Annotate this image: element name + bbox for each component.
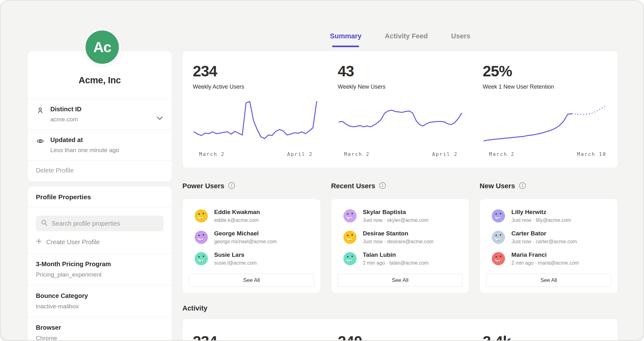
property-item[interactable]: Browser Chrome xyxy=(28,317,172,341)
user-avatar xyxy=(195,252,208,265)
property-value: inactive-mailbox xyxy=(36,303,164,310)
user-meta: Just now · carter@acme.com xyxy=(511,239,577,245)
user-avatar xyxy=(343,231,357,244)
user-name: Susie Lars xyxy=(214,251,257,258)
tab-users[interactable]: Users xyxy=(451,32,470,48)
see-all-button[interactable]: See All xyxy=(338,274,463,287)
user-meta: susie.l@acme.com xyxy=(214,260,257,266)
user-row[interactable]: Eddie Kwakman eddie.k@acme.com xyxy=(189,205,314,227)
property-item[interactable]: Bounce Category inactive-mailbox xyxy=(28,285,172,317)
x-axis-labels: March 2 March 10 xyxy=(483,151,618,159)
eye-icon xyxy=(36,136,45,145)
info-icon[interactable] xyxy=(379,182,386,190)
user-name: George Michael xyxy=(214,230,277,237)
divider xyxy=(28,207,172,207)
property-value: Pricing_plan_experiment xyxy=(36,271,164,278)
user-meta: 2 min ago · talan@acme.com xyxy=(363,260,429,266)
user-row[interactable]: George Michael george.michael@acme.com xyxy=(189,227,314,248)
search-profile-properties-input[interactable] xyxy=(36,216,164,231)
property-item[interactable]: 3-Month Pricing Program Pricing_plan_exp… xyxy=(28,254,172,285)
user-avatar xyxy=(492,209,505,223)
info-icon[interactable] xyxy=(228,182,235,190)
user-meta: 2 min ago · maria@acme.com xyxy=(511,260,579,266)
tab-activity-feed[interactable]: Activity Feed xyxy=(385,32,428,48)
activity-stat-value: 234 xyxy=(183,333,328,341)
stat-value: 43 xyxy=(338,63,473,80)
user-row[interactable]: Susie Lars susie.l@acme.com xyxy=(189,248,314,269)
activity-stat-value: 3.4k xyxy=(473,333,618,341)
property-name: 3-Month Pricing Program xyxy=(36,261,164,268)
app-window: Ac Acme, Inc Distinct ID acme.com xyxy=(0,0,644,341)
section-title: New Users xyxy=(480,182,515,190)
user-row[interactable]: Carter Bator Just now · carter@acme.com xyxy=(486,227,611,248)
stat-label: Week 1 New User Retention xyxy=(483,84,618,90)
user-meta: eddie.k@acme.com xyxy=(214,217,260,223)
create-user-profile-label: Create User Profile xyxy=(46,239,100,246)
power-users-card: Eddie Kwakman eddie.k@acme.com George Mi… xyxy=(182,199,321,294)
user-lists-row: Power Users Eddie Kwakman eddie.k@acme.c… xyxy=(182,180,618,294)
profile-properties-card: Profile Properties Create User Profile 3… xyxy=(27,186,172,341)
x-axis-labels: March 2 April 2 xyxy=(338,151,473,159)
weekly-active-users-chart xyxy=(193,100,319,150)
company-avatar: Ac xyxy=(83,28,121,66)
see-all-button[interactable]: See All xyxy=(189,274,314,287)
delete-profile-button[interactable]: Delete Profile xyxy=(28,161,172,182)
tab-summary[interactable]: Summary xyxy=(330,32,361,48)
section-title: Power Users xyxy=(182,182,224,190)
week1-retention-chart xyxy=(483,100,608,150)
user-meta: george.michael@acme.com xyxy=(214,239,277,245)
company-card: Acme, Inc Distinct ID acme.com xyxy=(27,51,172,182)
activity-stat-value: 240 xyxy=(328,333,473,341)
tab-bar: Summary Activity Feed Users xyxy=(182,1,618,48)
chevron-down-icon[interactable] xyxy=(157,116,163,121)
updated-at-row: Updated at Less than one minute ago xyxy=(28,130,172,160)
search-input[interactable] xyxy=(52,220,158,227)
property-name: Bounce Category xyxy=(36,292,164,300)
property-value: Chrome xyxy=(36,335,164,341)
active-tab-indicator xyxy=(332,46,359,47)
distinct-id-row[interactable]: Distinct ID acme.com xyxy=(28,99,172,129)
stat-week1-retention: 25% Week 1 New User Retention March 2 Ma… xyxy=(473,63,618,168)
create-user-profile-button[interactable]: Create User Profile xyxy=(36,238,164,246)
power-users-section: Power Users Eddie Kwakman eddie.k@acme.c… xyxy=(182,180,321,294)
user-name: Carter Bator xyxy=(511,230,577,237)
search-icon xyxy=(41,219,48,228)
activity-card: 234 240 3.4k xyxy=(182,319,618,341)
company-avatar-initials: Ac xyxy=(93,39,111,56)
section-title: Recent Users xyxy=(331,182,375,190)
stat-value: 25% xyxy=(483,63,618,80)
user-row[interactable]: Maria Franci 2 min ago · maria@acme.com xyxy=(486,248,611,269)
x-axis-labels: March 2 April 2 xyxy=(193,151,328,159)
user-row[interactable]: Skylar Baptista Just now · skyler@acme.c… xyxy=(338,205,463,227)
user-avatar xyxy=(492,231,505,244)
user-avatar xyxy=(195,209,208,223)
person-icon xyxy=(36,106,45,114)
plus-icon xyxy=(36,238,42,246)
user-avatar xyxy=(195,231,208,244)
user-avatar xyxy=(343,209,357,223)
user-row[interactable]: Lilly Herwitz Just now · lilly@acme.com xyxy=(486,205,611,227)
profile-properties-title: Profile Properties xyxy=(28,186,172,207)
info-icon[interactable] xyxy=(519,182,526,190)
property-name: Browser xyxy=(36,324,164,331)
user-avatar xyxy=(492,252,505,265)
stat-label: Weekly Active Users xyxy=(193,84,328,90)
user-name: Eddie Kwakman xyxy=(214,209,260,216)
user-name: Talan Lubin xyxy=(363,251,429,258)
user-row[interactable]: Talan Lubin 2 min ago · talan@acme.com xyxy=(338,248,463,269)
weekly-new-users-chart xyxy=(338,100,464,150)
user-name: Maria Franci xyxy=(511,251,579,258)
user-row[interactable]: Desirae Stanton Just now · desirare@acme… xyxy=(338,227,463,248)
updated-at-value: Less than one minute ago xyxy=(50,147,119,154)
distinct-id-value: acme.com xyxy=(50,116,81,123)
stat-value: 234 xyxy=(193,63,328,80)
activity-section-title: Activity xyxy=(182,304,207,312)
stat-weekly-active-users: 234 Weekly Active Users March 2 April 2 xyxy=(183,63,328,168)
user-meta: Just now · skyler@acme.com xyxy=(363,217,429,223)
summary-stats-card: 234 Weekly Active Users March 2 April 2 … xyxy=(182,51,618,168)
user-meta: Just now · desirare@acme.com xyxy=(363,239,434,245)
user-avatar xyxy=(343,252,357,265)
user-meta: Just now · lilly@acme.com xyxy=(511,217,571,223)
new-users-section: New Users Lilly Herwitz Just now · lilly… xyxy=(480,180,618,294)
see-all-button[interactable]: See All xyxy=(486,274,611,287)
